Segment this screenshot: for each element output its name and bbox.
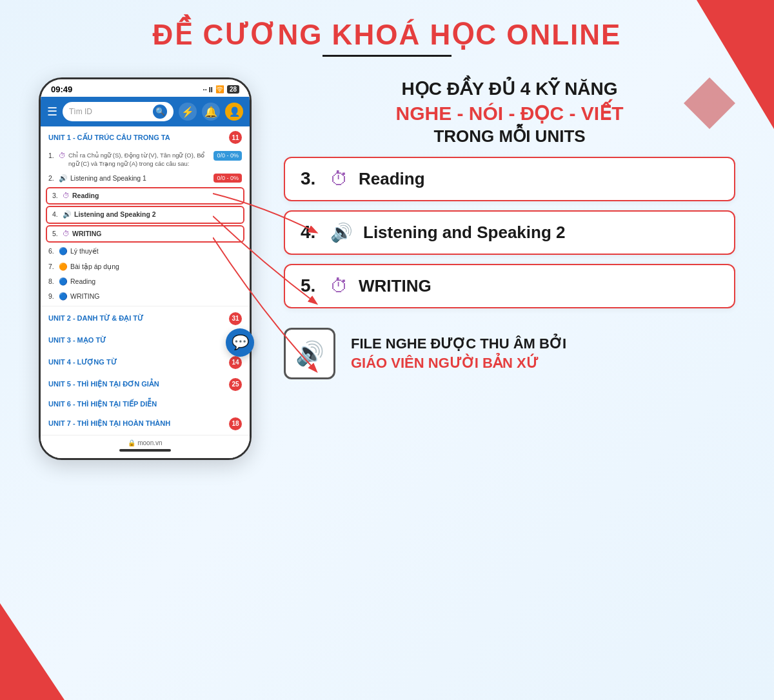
unit5-badge: 25 [229,378,242,391]
sound-icon: 🔊 [59,174,68,183]
lesson-num: 8. [48,277,56,286]
unit3-header[interactable]: UNIT 3 - MẠO TỪ 15 [41,330,250,352]
sound-icon: 🔊 [63,210,72,219]
audio-text-line2: GIÁO VIÊN NGƯỜI BẢN XỨ [351,354,566,373]
phone-time: 09:49 [51,85,72,94]
unit1-title: UNIT 1 - CẤU TRÚC CÂU TRONG TA [48,134,170,142]
clock-icon: ⏱ [59,151,66,161]
card-number-5: 5. [301,275,320,296]
menu-icon[interactable]: ☰ [47,105,57,119]
lesson-text: Lý thuyết [70,246,99,256]
lesson-item[interactable]: 6. 🔵 Lý thuyết [41,244,250,259]
phone-mockup: 09:49 ·· ll 🛜 28 ☰ Tìm ID 🔍 ⚡ 🔔 👤 [39,77,252,460]
lesson-num: 1. [48,151,56,161]
lesson-num: 2. [48,174,56,183]
lesson-item[interactable]: 1. ⏱ Chỉ ra Chủ ngữ (S), Động từ (V), Tâ… [41,148,250,171]
card-text-reading: Reading [359,169,425,189]
blue-dot-icon: 🔵 [59,246,68,256]
orange-dot-icon: 🟠 [59,262,68,272]
lesson-num: 7. [48,262,56,272]
status-icons: ·· ll 🛜 28 [203,85,239,94]
lesson-text: Bài tập áp dụng [70,262,119,272]
unit1-header[interactable]: UNIT 1 - CẤU TRÚC CÂU TRONG TA 11 [41,126,250,148]
skills-section: HỌC ĐẦY ĐỦ 4 KỸ NĂNG NGHE - NÓI - ĐỌC - … [284,77,735,146]
unit7-header[interactable]: UNIT 7 - THÌ HIỆN TẠI HOÀN THÀNH 18 [41,413,250,435]
home-bar [119,449,171,452]
phone-container: 09:49 ·· ll 🛜 28 ☰ Tìm ID 🔍 ⚡ 🔔 👤 [39,77,258,460]
lesson-item[interactable]: 9. 🔵 WRITING [41,289,250,304]
audio-icon-box: 🔊 [284,328,335,379]
messenger-button[interactable]: 💬 [226,328,254,357]
lesson-text: Reading [72,191,238,201]
lesson-num: 5. [52,229,60,239]
unit2-badge: 31 [229,312,242,325]
divider [41,306,250,306]
skills-title-line1: HỌC ĐẦY ĐỦ 4 KỸ NĂNG [284,77,735,101]
card-text-listening: Listening and Speaking 2 [363,223,566,243]
battery-indicator: 28 [227,85,239,94]
blue-dot-icon: 🔵 [59,292,68,301]
right-panel: HỌC ĐẦY ĐỦ 4 KỸ NĂNG NGHE - NÓI - ĐỌC - … [284,77,735,460]
lesson-text: Listening and Speaking 2 [74,210,238,219]
page-title: ĐỀ CƯƠNG KHOÁ HỌC ONLINE [0,18,774,51]
unit4-badge: 14 [229,356,242,369]
bell-icon[interactable]: 🔔 [202,103,220,121]
feature-card-listening: 4. 🔊 Listening and Speaking 2 [284,210,735,255]
card-number-3: 3. [301,168,320,189]
clock-icon-reading: ⏱ [330,168,348,190]
skills-title-line2: NGHE - NÓI - ĐỌC - VIẾT [284,101,735,126]
header-underline [322,55,452,57]
wifi-icon: 🛜 [215,85,224,94]
lesson-item-listening2[interactable]: 4. 🔊 Listening and Speaking 2 [46,206,244,223]
user-avatar[interactable]: 👤 [225,103,243,121]
lesson-num: 3. [52,191,60,201]
unit5-header[interactable]: UNIT 5 - THÌ HIỆN TẠI ĐƠN GIẢN 25 [41,374,250,395]
lesson-num: 4. [52,210,60,219]
search-box[interactable]: Tìm ID 🔍 [63,102,174,121]
unit7-badge: 18 [229,417,242,430]
clock-icon: ⏱ [63,229,70,239]
lightning-icon[interactable]: ⚡ [179,103,197,121]
skills-highlight: NGHE - NÓI - ĐỌC - VIẾT [396,103,624,124]
phone-body: UNIT 1 - CẤU TRÚC CÂU TRONG TA 11 1. ⏱ C… [41,126,250,458]
lesson-item[interactable]: 7. 🟠 Bài tập áp dụng [41,259,250,274]
clock-icon: ⏱ [63,191,70,201]
lesson-badge: 0/0 - 0% [213,174,242,183]
unit6-title: UNIT 6 - THÌ HIỆN TẠI TIẾP DIỄN [48,400,157,408]
lesson-item[interactable]: 2. 🔊 Listening and Speaking 1 0/0 - 0% [41,171,250,186]
unit3-title: UNIT 3 - MẠO TỪ [48,336,106,345]
phone-status-bar: 09:49 ·· ll 🛜 28 [41,79,250,97]
unit7-title: UNIT 7 - THÌ HIỆN TẠI HOÀN THÀNH [48,419,170,428]
search-button[interactable]: 🔍 [153,105,167,119]
unit2-title: UNIT 2 - DANH TỪ & ĐẠI TỪ [48,314,143,323]
main-content: 09:49 ·· ll 🛜 28 ☰ Tìm ID 🔍 ⚡ 🔔 👤 [0,65,774,473]
audio-text-container: FILE NGHE ĐƯỢC THU ÂM BỞI GIÁO VIÊN NGƯỜ… [351,334,566,372]
phone-footer: 🔒 moon.vn [41,435,250,458]
lesson-item-reading[interactable]: 3. ⏱ Reading [46,187,244,205]
lesson-badge: 0/0 - 0% [213,151,242,161]
lesson-item-writing[interactable]: 5. ⏱ WRITING [46,225,244,243]
unit6-header[interactable]: UNIT 6 - THÌ HIỆN TẠI TIẾP DIỄN [41,395,250,413]
search-placeholder: Tìm ID [69,107,150,116]
clock-icon-writing: ⏱ [330,275,348,297]
audio-text-line1: FILE NGHE ĐƯỢC THU ÂM BỞI [351,334,566,354]
blue-dot-icon: 🔵 [59,277,68,286]
unit5-title: UNIT 5 - THÌ HIỆN TẠI ĐƠN GIẢN [48,380,159,388]
page-header: ĐỀ CƯƠNG KHOÁ HỌC ONLINE [0,0,774,65]
feature-card-reading: 3. ⏱ Reading [284,157,735,201]
phone-navbar: ☰ Tìm ID 🔍 ⚡ 🔔 👤 [41,97,250,126]
sound-icon-listening: 🔊 [330,222,353,243]
lesson-text: Reading [70,277,95,286]
audio-section: 🔊 FILE NGHE ĐƯỢC THU ÂM BỞI GIÁO VIÊN NG… [284,328,735,379]
lesson-num: 9. [48,292,56,301]
lesson-text: WRITING [70,292,100,301]
skills-title-line3: TRONG MỖI UNITS [284,126,735,146]
feature-card-writing: 5. ⏱ WRITING [284,264,735,308]
unit4-header[interactable]: UNIT 4 - LƯỢNG TỪ 14 [41,352,250,374]
unit2-header[interactable]: UNIT 2 - DANH TỪ & ĐẠI TỪ 31 [41,308,250,330]
lesson-item[interactable]: 8. 🔵 Reading [41,274,250,289]
unit1-badge: 11 [229,131,242,144]
unit4-title: UNIT 4 - LƯỢNG TỪ [48,358,117,366]
card-number-4: 4. [301,222,320,243]
footer-text: 🔒 moon.vn [128,439,162,446]
